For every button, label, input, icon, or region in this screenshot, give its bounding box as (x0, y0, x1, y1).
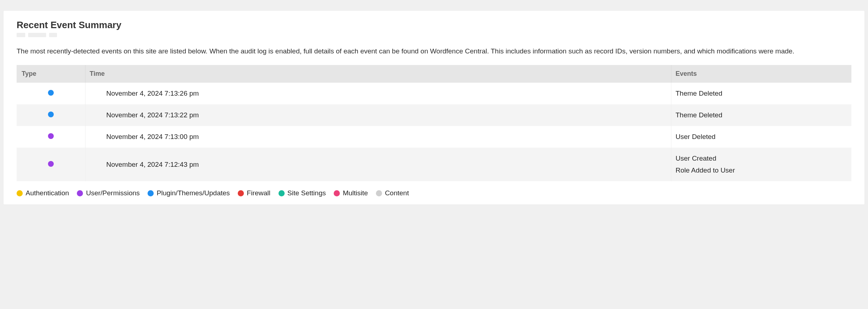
legend-dot-icon (279, 190, 285, 196)
table-row: November 4, 2024 7:13:22 pmTheme Deleted (17, 104, 851, 126)
legend-item-firewall: Firewall (238, 189, 270, 197)
category-dot-icon (48, 90, 54, 96)
legend-item-authentication: Authentication (17, 189, 69, 197)
legend-label: Plugin/Themes/Updates (157, 189, 230, 197)
legend-item-site-settings: Site Settings (279, 189, 326, 197)
legend-label: Content (385, 189, 409, 197)
row-events-cell: User Deleted (671, 126, 851, 148)
row-time-cell: November 4, 2024 7:12:43 pm (85, 148, 671, 181)
legend-dot-icon (17, 190, 23, 196)
event-label: Theme Deleted (676, 109, 847, 121)
row-events-cell: Theme Deleted (671, 104, 851, 126)
table-row: November 4, 2024 7:12:43 pmUser CreatedR… (17, 148, 851, 181)
row-events-cell: User CreatedRole Added to User (671, 148, 851, 181)
row-type-cell (17, 104, 85, 126)
legend-item-multisite: Multisite (334, 189, 368, 197)
column-header-type: Type (17, 65, 85, 83)
event-label: User Created (676, 153, 847, 164)
legend-label: Firewall (247, 189, 270, 197)
row-time-cell: November 4, 2024 7:13:22 pm (85, 104, 671, 126)
legend-label: Authentication (26, 189, 69, 197)
row-type-cell (17, 148, 85, 181)
row-events-cell: Theme Deleted (671, 83, 851, 104)
legend-dot-icon (148, 190, 154, 196)
category-dot-icon (48, 161, 54, 167)
legend-dot-icon (334, 190, 340, 196)
legend-dot-icon (376, 190, 382, 196)
events-table: Type Time Events November 4, 2024 7:13:2… (17, 65, 851, 181)
legend-label: Multisite (343, 189, 368, 197)
row-time-cell: November 4, 2024 7:13:26 pm (85, 83, 671, 104)
legend-dot-icon (238, 190, 244, 196)
section-title: Recent Event Summary (17, 19, 851, 31)
section-description: The most recently-detected events on thi… (17, 47, 851, 56)
table-row: November 4, 2024 7:13:26 pmTheme Deleted (17, 83, 851, 104)
row-time-cell: November 4, 2024 7:13:00 pm (85, 126, 671, 148)
legend-item-user-permissions: User/Permissions (77, 189, 140, 197)
row-type-cell (17, 83, 85, 104)
column-header-events: Events (671, 65, 851, 83)
category-dot-icon (48, 112, 54, 117)
legend-item-content: Content (376, 189, 409, 197)
event-summary-card: Recent Event Summary The most recently-d… (4, 11, 864, 204)
event-label: User Deleted (676, 131, 847, 143)
row-type-cell (17, 126, 85, 148)
legend-label: Site Settings (288, 189, 326, 197)
column-header-time: Time (85, 65, 671, 83)
event-label: Role Added to User (676, 165, 847, 176)
category-dot-icon (48, 133, 54, 139)
table-row: November 4, 2024 7:13:00 pmUser Deleted (17, 126, 851, 148)
category-legend: AuthenticationUser/PermissionsPlugin/The… (17, 189, 851, 197)
event-label: Theme Deleted (676, 88, 847, 99)
legend-item-plugin-themes: Plugin/Themes/Updates (148, 189, 230, 197)
legend-dot-icon (77, 190, 83, 196)
subtitle-placeholder (17, 33, 851, 37)
legend-label: User/Permissions (86, 189, 140, 197)
